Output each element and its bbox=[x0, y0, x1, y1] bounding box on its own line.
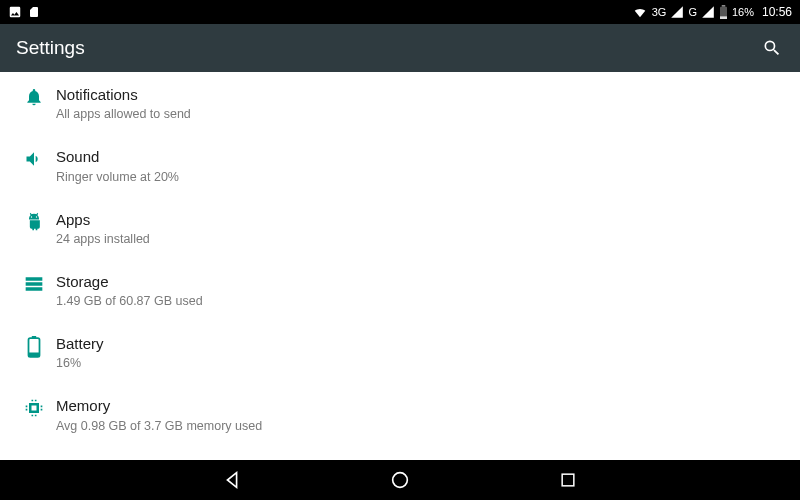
search-icon bbox=[762, 38, 782, 58]
storage-icon bbox=[24, 274, 44, 294]
setting-item-memory[interactable]: Memory Avg 0.98 GB of 3.7 GB memory used bbox=[0, 383, 800, 445]
page-title: Settings bbox=[16, 37, 85, 59]
battery-percent: 16% bbox=[732, 6, 754, 18]
home-button[interactable] bbox=[386, 466, 414, 494]
setting-title: Battery bbox=[56, 334, 784, 354]
battery-icon bbox=[27, 336, 41, 358]
setting-title: Users bbox=[56, 459, 784, 461]
svg-rect-2 bbox=[720, 16, 727, 19]
setting-title: Memory bbox=[56, 396, 784, 416]
bell-icon bbox=[24, 87, 44, 107]
navigation-bar bbox=[0, 460, 800, 500]
svg-rect-9 bbox=[562, 474, 574, 486]
carrier-label: G bbox=[688, 6, 697, 18]
sdcard-notification-icon bbox=[28, 5, 40, 19]
setting-subtitle: 24 apps installed bbox=[56, 232, 784, 246]
search-button[interactable] bbox=[760, 36, 784, 60]
setting-item-apps[interactable]: Apps 24 apps installed bbox=[0, 197, 800, 259]
status-time: 10:56 bbox=[762, 5, 792, 19]
circle-home-icon bbox=[389, 469, 411, 491]
setting-subtitle: Ringer volume at 20% bbox=[56, 170, 784, 184]
settings-list: Notifications All apps allowed to send S… bbox=[0, 72, 800, 460]
setting-item-users[interactable]: Users Signed in as Owner bbox=[0, 446, 800, 461]
signal-icon-2 bbox=[701, 5, 715, 19]
back-button[interactable] bbox=[218, 466, 246, 494]
svg-point-4 bbox=[36, 216, 37, 217]
memory-icon bbox=[24, 398, 44, 418]
signal-icon bbox=[670, 5, 684, 19]
setting-subtitle: 16% bbox=[56, 356, 784, 370]
svg-point-8 bbox=[393, 473, 408, 488]
setting-item-sound[interactable]: Sound Ringer volume at 20% bbox=[0, 134, 800, 196]
setting-item-notifications[interactable]: Notifications All apps allowed to send bbox=[0, 72, 800, 134]
image-notification-icon bbox=[8, 5, 22, 19]
svg-point-3 bbox=[31, 216, 32, 217]
setting-item-storage[interactable]: Storage 1.49 GB of 60.87 GB used bbox=[0, 259, 800, 321]
setting-title: Storage bbox=[56, 272, 784, 292]
setting-subtitle: All apps allowed to send bbox=[56, 107, 784, 121]
square-recents-icon bbox=[558, 470, 578, 490]
setting-subtitle: 1.49 GB of 60.87 GB used bbox=[56, 294, 784, 308]
setting-title: Notifications bbox=[56, 85, 784, 105]
svg-rect-7 bbox=[29, 353, 40, 357]
status-bar: 3G G 16% 10:56 bbox=[0, 0, 800, 24]
triangle-back-icon bbox=[221, 469, 243, 491]
volume-icon bbox=[24, 149, 44, 169]
network-type-label: 3G bbox=[652, 6, 667, 18]
setting-title: Apps bbox=[56, 210, 784, 230]
wifi-icon bbox=[632, 5, 648, 19]
svg-rect-0 bbox=[722, 5, 726, 7]
android-icon bbox=[24, 212, 44, 232]
recent-apps-button[interactable] bbox=[554, 466, 582, 494]
setting-subtitle: Avg 0.98 GB of 3.7 GB memory used bbox=[56, 419, 784, 433]
battery-status-icon bbox=[719, 5, 728, 19]
setting-item-battery[interactable]: Battery 16% bbox=[0, 321, 800, 383]
app-bar: Settings bbox=[0, 24, 800, 72]
setting-title: Sound bbox=[56, 147, 784, 167]
